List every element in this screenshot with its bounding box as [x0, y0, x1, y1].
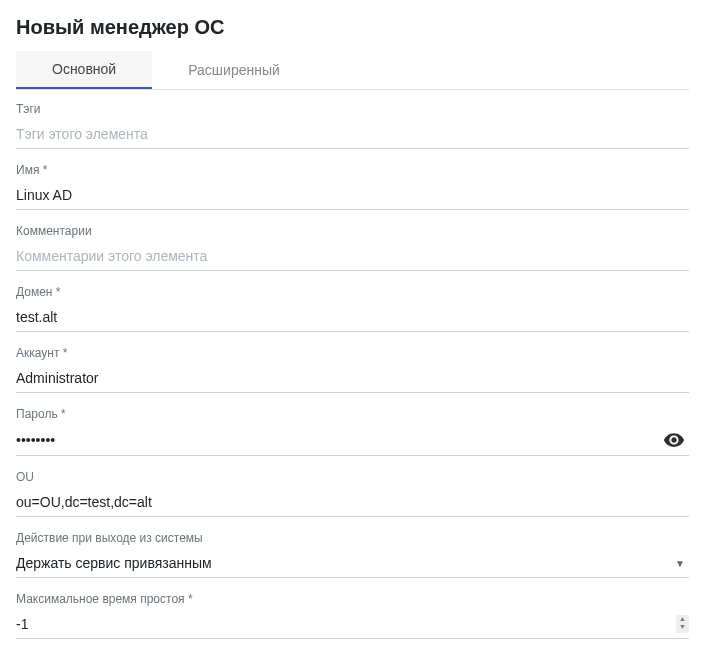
input-domain[interactable] — [16, 303, 689, 332]
field-tags: Тэги — [16, 102, 689, 149]
field-password: Пароль * — [16, 407, 689, 456]
input-password[interactable] — [16, 426, 659, 454]
field-domain: Домен * — [16, 285, 689, 332]
input-comments[interactable] — [16, 242, 689, 271]
label-max-idle: Максимальное время простоя * — [16, 592, 689, 606]
field-logout-action: Действие при выходе из системы ▼ — [16, 531, 689, 578]
eye-icon[interactable] — [659, 425, 689, 455]
label-ou: OU — [16, 470, 689, 484]
input-tags[interactable] — [16, 120, 689, 149]
field-comments: Комментарии — [16, 224, 689, 271]
input-account[interactable] — [16, 364, 689, 393]
field-account: Аккаунт * — [16, 346, 689, 393]
tab-advanced[interactable]: Расширенный — [152, 51, 316, 89]
field-name: Имя * — [16, 163, 689, 210]
label-password: Пароль * — [16, 407, 689, 421]
field-ou: OU — [16, 470, 689, 517]
label-tags: Тэги — [16, 102, 689, 116]
label-domain: Домен * — [16, 285, 689, 299]
tabs-container: Основной Расширенный — [16, 51, 689, 90]
stepper-down-icon: ▼ — [679, 624, 686, 632]
label-account: Аккаунт * — [16, 346, 689, 360]
label-logout-action: Действие при выходе из системы — [16, 531, 689, 545]
label-name: Имя * — [16, 163, 689, 177]
number-stepper[interactable]: ▲ ▼ — [676, 615, 689, 633]
tab-main[interactable]: Основной — [16, 51, 152, 89]
page-title: Новый менеджер ОС — [16, 16, 689, 39]
input-ou[interactable] — [16, 488, 689, 517]
input-max-idle[interactable] — [16, 610, 676, 638]
label-comments: Комментарии — [16, 224, 689, 238]
field-max-idle: Максимальное время простоя * ▲ ▼ — [16, 592, 689, 639]
select-logout-action[interactable] — [16, 549, 689, 577]
input-name[interactable] — [16, 181, 689, 210]
